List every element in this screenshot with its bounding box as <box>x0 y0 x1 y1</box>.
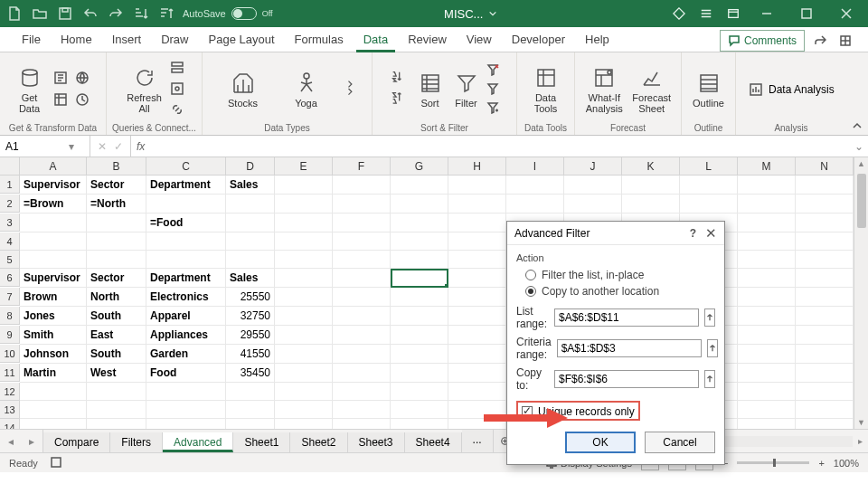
zoom-level[interactable]: 100% <box>834 458 859 469</box>
cell-H8[interactable] <box>448 307 506 326</box>
cell-B9[interactable]: East <box>87 326 146 345</box>
cell-E8[interactable] <box>275 307 333 326</box>
minimize-button[interactable] <box>750 3 783 24</box>
cell-B7[interactable]: North <box>87 288 146 307</box>
cell-A10[interactable]: Johnson <box>20 345 87 364</box>
cell-G6[interactable] <box>391 269 448 288</box>
cell-M6[interactable] <box>738 269 796 288</box>
row-header[interactable]: 8 <box>0 307 20 325</box>
cell-B13[interactable] <box>87 401 146 419</box>
radio-copy-location[interactable]: Copy to another location <box>516 283 715 299</box>
cell-D7[interactable]: 25550 <box>226 288 275 307</box>
cell-A9[interactable]: Smith <box>20 326 87 345</box>
cell-F1[interactable] <box>333 176 391 195</box>
cell-C1[interactable]: Department <box>146 176 226 195</box>
collapse-ribbon-icon[interactable] <box>846 52 868 135</box>
zoom-in-icon[interactable]: + <box>818 458 824 469</box>
cell-C3[interactable]: =Food <box>146 214 226 233</box>
col-header-M[interactable]: M <box>738 157 796 175</box>
row-header[interactable]: 4 <box>0 233 20 251</box>
cell-C11[interactable]: Food <box>146 364 226 383</box>
whatif-button[interactable]: What-If Analysis <box>582 65 627 114</box>
filter-button[interactable]: Filter <box>450 71 483 109</box>
cell-N1[interactable] <box>796 176 854 195</box>
col-header-K[interactable]: K <box>622 157 680 175</box>
cell-G11[interactable] <box>391 364 448 383</box>
col-header-E[interactable]: E <box>275 157 333 175</box>
cell-F12[interactable] <box>333 383 391 401</box>
cell-C4[interactable] <box>146 233 226 251</box>
cell-L1[interactable] <box>680 176 738 195</box>
cell-F3[interactable] <box>333 214 391 233</box>
cell-A2[interactable]: =Brown <box>20 195 87 214</box>
cell-A14[interactable] <box>20 419 87 429</box>
sheet-tab-advanced[interactable]: Advanced <box>163 432 233 452</box>
cell-J1[interactable] <box>564 176 622 195</box>
cell-C8[interactable]: Apparel <box>146 307 226 326</box>
ribbon-mode-icon[interactable] <box>696 4 716 24</box>
undo-icon[interactable] <box>81 5 99 23</box>
sheet-next-icon[interactable]: ▸ <box>29 435 34 448</box>
tab-draw[interactable]: Draw <box>152 29 197 52</box>
cell-G14[interactable] <box>391 419 448 429</box>
cell-A11[interactable]: Martin <box>20 364 87 383</box>
col-header-N[interactable]: N <box>796 157 854 175</box>
edit-links-icon[interactable] <box>170 102 184 119</box>
diamond-icon[interactable] <box>669 4 689 24</box>
cell-H12[interactable] <box>448 383 506 401</box>
cell-A12[interactable] <box>20 383 87 401</box>
cell-D11[interactable]: 35450 <box>226 364 275 383</box>
cell-D4[interactable] <box>226 233 275 251</box>
cell-G5[interactable] <box>391 251 448 269</box>
properties-icon[interactable] <box>170 81 184 99</box>
close-button[interactable] <box>830 3 863 24</box>
tab-pagelayout[interactable]: Page Layout <box>200 29 284 52</box>
col-header-G[interactable]: G <box>391 157 448 175</box>
cell-M12[interactable] <box>738 383 796 401</box>
clear-filter-icon[interactable] <box>486 63 499 79</box>
expand-formula-icon[interactable]: ⌄ <box>850 140 868 153</box>
col-header-H[interactable]: H <box>448 157 506 175</box>
tab-formulas[interactable]: Formulas <box>286 29 353 52</box>
cell-M3[interactable] <box>738 214 796 233</box>
refresh-all-button[interactable]: Refresh All <box>125 65 165 114</box>
cell-C5[interactable] <box>146 251 226 269</box>
scroll-down-icon[interactable]: ▼ <box>857 418 865 427</box>
forecast-sheet-button[interactable]: Forecast Sheet <box>630 65 675 114</box>
share-icon[interactable] <box>810 31 830 51</box>
cell-N9[interactable] <box>796 326 854 345</box>
cell-F7[interactable] <box>333 288 391 307</box>
cell-H1[interactable] <box>448 176 506 195</box>
cell-C14[interactable] <box>146 419 226 429</box>
cell-H6[interactable] <box>448 269 506 288</box>
cell-M1[interactable] <box>738 176 796 195</box>
range-picker-icon[interactable] <box>707 339 718 357</box>
cell-F8[interactable] <box>333 307 391 326</box>
cell-B11[interactable]: West <box>87 364 146 383</box>
cell-D9[interactable]: 29550 <box>226 326 275 345</box>
cell-B12[interactable] <box>87 383 146 401</box>
cell-C12[interactable] <box>146 383 226 401</box>
cell-E7[interactable] <box>275 288 333 307</box>
sheet-tab-sheet2[interactable]: Sheet2 <box>290 432 347 452</box>
autosave-toggle[interactable]: AutoSave Off <box>183 7 273 20</box>
cell-D5[interactable] <box>226 251 275 269</box>
cell-I2[interactable] <box>506 195 564 214</box>
cell-C7[interactable]: Electronics <box>146 288 226 307</box>
sheet-tab-compare[interactable]: Compare <box>43 432 110 452</box>
cell-E9[interactable] <box>275 326 333 345</box>
cell-M14[interactable] <box>738 419 796 429</box>
row-header[interactable]: 14 <box>0 419 20 429</box>
copy-to-input[interactable] <box>554 370 699 388</box>
cell-H10[interactable] <box>448 345 506 364</box>
vertical-scrollbar[interactable]: ▲ ▼ <box>854 157 868 429</box>
cell-D2[interactable] <box>226 195 275 214</box>
radio-icon[interactable] <box>525 270 536 280</box>
cell-E11[interactable] <box>275 364 333 383</box>
range-picker-icon[interactable] <box>704 308 715 327</box>
tab-help[interactable]: Help <box>576 29 618 52</box>
cell-B6[interactable]: Sector <box>87 269 146 288</box>
cell-A8[interactable]: Jones <box>20 307 87 326</box>
col-header-D[interactable]: D <box>226 157 275 175</box>
sort-desc-icon[interactable] <box>157 5 175 23</box>
